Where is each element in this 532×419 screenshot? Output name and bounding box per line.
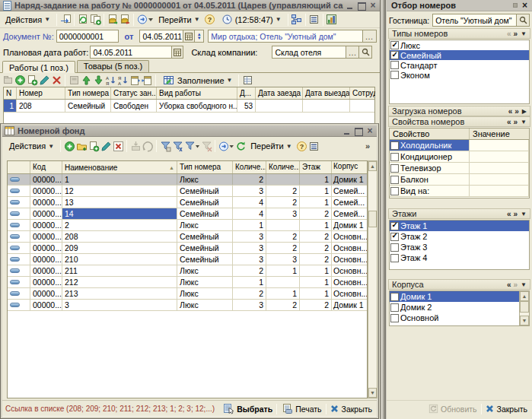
list-item[interactable]: Домик 2 bbox=[390, 302, 519, 313]
property-row[interactable]: Балкон bbox=[390, 174, 529, 186]
list-item[interactable]: Этаж 4 bbox=[390, 252, 529, 263]
checkbox[interactable] bbox=[390, 303, 399, 312]
list-item[interactable]: Люкс bbox=[390, 40, 529, 50]
column-header[interactable]: Этаж bbox=[300, 161, 332, 173]
warehouse-field[interactable]: Склад отеля bbox=[272, 46, 346, 59]
cell-building[interactable]: Домик 1 bbox=[332, 300, 368, 310]
add-icon[interactable] bbox=[63, 140, 75, 152]
checkbox[interactable] bbox=[390, 176, 399, 184]
cell-type[interactable]: Люкс bbox=[177, 265, 233, 276]
cell-type[interactable]: Люкс bbox=[177, 220, 233, 230]
checkbox[interactable] bbox=[390, 61, 399, 69]
select-button[interactable]: Выбрать bbox=[221, 402, 274, 416]
copy-row-icon[interactable] bbox=[26, 75, 38, 87]
cell-building[interactable]: Основн... bbox=[332, 231, 368, 242]
cell-building[interactable]: Домик 1 bbox=[332, 220, 368, 230]
checkbox[interactable] bbox=[390, 41, 399, 49]
cell-beds-count[interactable]: 2 bbox=[266, 243, 300, 253]
cell-rooms-count[interactable]: 2 bbox=[233, 265, 266, 276]
move-row-icon[interactable] bbox=[2, 75, 14, 87]
checkbox[interactable] bbox=[390, 233, 399, 241]
checkbox[interactable] bbox=[390, 141, 399, 150]
close-button[interactable]: × bbox=[365, 127, 374, 135]
cell-employee[interactable] bbox=[350, 100, 375, 112]
planned-date-field[interactable]: 04.05.2011 bbox=[90, 46, 172, 59]
maximize-button[interactable] bbox=[354, 127, 363, 135]
cell-rooms-count[interactable]: 4 bbox=[233, 197, 266, 208]
cell-building[interactable]: Домик 1 bbox=[332, 174, 368, 185]
paste-cells-icon[interactable] bbox=[141, 75, 153, 87]
property-row[interactable]: Кондиционер bbox=[390, 151, 529, 163]
column-header[interactable]: N bbox=[4, 87, 17, 99]
section-buildings[interactable]: Корпуса « » ▼ bbox=[388, 279, 530, 290]
scroll-up-icon[interactable]: ▲ bbox=[520, 291, 529, 301]
cell-arrival[interactable] bbox=[256, 100, 303, 112]
cell-floor[interactable]: 2 bbox=[300, 243, 332, 253]
column-header[interactable]: Дата заезда bbox=[256, 87, 303, 99]
rooms-table-row[interactable]: 00000... 14 Семейный 4 3 2 Семей... bbox=[8, 208, 367, 220]
post-document-icon[interactable] bbox=[107, 14, 119, 26]
cell-code[interactable]: 00000... bbox=[30, 174, 62, 185]
help-icon[interactable]: ? bbox=[204, 14, 216, 26]
cell-property[interactable]: Вид на: bbox=[390, 186, 470, 196]
help-icon[interactable]: ? bbox=[296, 140, 308, 152]
filter-history-icon[interactable] bbox=[183, 140, 200, 152]
cell-building[interactable]: Основн... bbox=[332, 288, 368, 299]
cell-code[interactable]: 00000... bbox=[30, 231, 62, 242]
vertical-scrollbar[interactable]: ▲ ▼ bbox=[368, 160, 377, 398]
actions-menu-button[interactable]: Действия▼ bbox=[2, 14, 54, 26]
cell-name[interactable]: 3 bbox=[62, 300, 177, 310]
cell-floor[interactable]: 1 bbox=[300, 186, 332, 196]
cell-beds-count[interactable]: 2 bbox=[266, 300, 300, 310]
cell-type[interactable]: Люкс bbox=[177, 288, 233, 299]
add-row-icon[interactable] bbox=[14, 75, 26, 87]
copy-cells-icon[interactable] bbox=[129, 75, 141, 87]
chevron-right-icon[interactable]: » bbox=[514, 30, 518, 38]
delete-row-icon[interactable] bbox=[50, 75, 62, 87]
chevron-right-icon[interactable]: » bbox=[514, 281, 518, 289]
tab-works[interactable]: Работы (1 поз.) bbox=[2, 61, 75, 73]
list-settings-icon[interactable] bbox=[308, 14, 320, 26]
chevron-right-icon[interactable]: » bbox=[514, 210, 518, 218]
list-scrollbar[interactable]: ▲ ▼ bbox=[519, 291, 529, 325]
section-properties[interactable]: Свойства номеров « » ▼ bbox=[388, 116, 530, 127]
column-header[interactable]: Корпус bbox=[332, 161, 368, 173]
cell-beds-count[interactable] bbox=[266, 220, 300, 230]
cell-code[interactable]: 00000... bbox=[30, 208, 62, 219]
rooms-table-row[interactable]: 00000... 209 Семейный 3 2 2 Основн... bbox=[8, 243, 367, 254]
cell-name[interactable]: 213 bbox=[62, 288, 177, 299]
rooms-table-row[interactable]: 00000... 208 Семейный 3 2 2 Основн... bbox=[8, 231, 367, 243]
cell-value[interactable] bbox=[470, 163, 529, 173]
cell-value[interactable] bbox=[470, 174, 529, 185]
column-header[interactable]: Дата выезда bbox=[303, 87, 350, 99]
cell-building[interactable]: Основн... bbox=[332, 277, 368, 287]
close-icon[interactable]: × bbox=[522, 2, 527, 9]
cell-building[interactable]: Основн... bbox=[332, 254, 368, 265]
chevron-left-icon[interactable]: « bbox=[507, 118, 511, 126]
report-icon[interactable] bbox=[326, 14, 338, 26]
move-down-icon[interactable] bbox=[92, 75, 104, 87]
column-header[interactable]: Код bbox=[30, 161, 62, 173]
column-header[interactable]: Свойство bbox=[390, 129, 470, 139]
scroll-down-icon[interactable]: ▼ bbox=[520, 316, 529, 325]
collapse-icon[interactable]: ▼ bbox=[521, 30, 527, 37]
cell-name[interactable]: 209 bbox=[62, 243, 177, 253]
cell-floor[interactable]: 2 bbox=[300, 231, 332, 242]
end-edit-icon[interactable] bbox=[68, 75, 80, 87]
row-number-cell[interactable]: 1 bbox=[4, 100, 17, 112]
cell-floor[interactable]: 1 bbox=[300, 288, 332, 299]
cell-beds-count[interactable]: 2 bbox=[266, 231, 300, 242]
scrollbar-thumb[interactable] bbox=[368, 211, 377, 227]
doc-number-field[interactable]: 0000000001 bbox=[56, 30, 119, 43]
refresh-button[interactable]: Обновить bbox=[427, 402, 479, 416]
checkbox[interactable] bbox=[390, 51, 399, 59]
list-item[interactable]: Семейный bbox=[390, 50, 529, 60]
cell-beds-count[interactable] bbox=[266, 277, 300, 287]
collapse-icon[interactable]: ▼ bbox=[521, 211, 527, 217]
cell-building[interactable]: Основн... bbox=[332, 243, 368, 253]
works-table-row[interactable]: 1 208 Семейный Свободен Уборка свободног… bbox=[4, 100, 374, 113]
move-up-icon[interactable] bbox=[80, 75, 92, 87]
clear-filter-icon[interactable] bbox=[200, 140, 212, 152]
unpost-document-icon[interactable] bbox=[119, 14, 131, 26]
checkbox[interactable] bbox=[390, 243, 399, 252]
